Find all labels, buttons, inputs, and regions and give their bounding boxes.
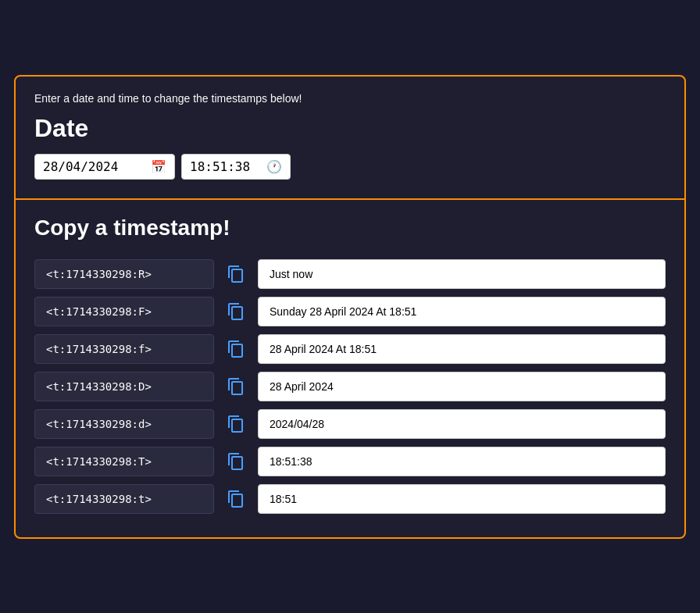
timestamp-code: <t:1714330298:f> <box>34 334 214 364</box>
timestamp-preview: Just now <box>258 259 666 289</box>
timestamp-preview: 18:51:38 <box>258 447 666 476</box>
timestamp-preview: 18:51 <box>258 484 666 514</box>
copy-button[interactable] <box>223 299 248 324</box>
copy-button[interactable] <box>223 412 248 437</box>
timestamp-code: <t:1714330298:F> <box>34 297 214 326</box>
copy-section: Copy a timestamp! <t:1714330298:R> Just … <box>16 200 684 537</box>
copy-button[interactable] <box>223 449 248 474</box>
main-container: Enter a date and time to change the time… <box>14 75 686 539</box>
time-input-wrapper: 🕐 <box>181 154 291 180</box>
copy-button[interactable] <box>223 262 248 287</box>
timestamp-preview: 28 April 2024 <box>258 372 666 401</box>
date-label: Date <box>34 114 666 143</box>
timestamp-code: <t:1714330298:D> <box>34 372 214 401</box>
inputs-row: 📅 🕐 <box>34 154 666 180</box>
instruction-text: Enter a date and time to change the time… <box>34 92 666 105</box>
date-input[interactable] <box>43 159 145 174</box>
timestamp-code: <t:1714330298:R> <box>34 259 214 289</box>
calendar-icon: 📅 <box>151 159 166 174</box>
timestamp-code: <t:1714330298:t> <box>34 484 214 514</box>
timestamp-row: <t:1714330298:t> 18:51 <box>34 484 666 514</box>
timestamp-preview: Sunday 28 April 2024 At 18:51 <box>258 297 666 326</box>
clock-icon: 🕐 <box>266 159 282 174</box>
timestamp-row: <t:1714330298:R> Just now <box>34 259 666 289</box>
timestamp-preview: 2024/04/28 <box>258 409 666 439</box>
timestamp-row: <t:1714330298:D> 28 April 2024 <box>34 372 666 401</box>
copy-button[interactable] <box>223 337 248 362</box>
copy-button[interactable] <box>223 374 248 399</box>
timestamp-row: <t:1714330298:T> 18:51:38 <box>34 447 666 476</box>
timestamp-rows: <t:1714330298:R> Just now<t:1714330298:F… <box>34 259 666 514</box>
timestamp-code: <t:1714330298:T> <box>34 447 214 476</box>
date-section: Enter a date and time to change the time… <box>16 77 684 200</box>
timestamp-row: <t:1714330298:f> 28 April 2024 At 18:51 <box>34 334 666 364</box>
timestamp-code: <t:1714330298:d> <box>34 409 214 439</box>
timestamp-row: <t:1714330298:d> 2024/04/28 <box>34 409 666 439</box>
time-input[interactable] <box>190 159 260 174</box>
timestamp-row: <t:1714330298:F> Sunday 28 April 2024 At… <box>34 297 666 326</box>
copy-button[interactable] <box>223 486 248 511</box>
copy-section-title: Copy a timestamp! <box>34 216 666 241</box>
date-input-wrapper: 📅 <box>34 154 175 180</box>
timestamp-preview: 28 April 2024 At 18:51 <box>258 334 666 364</box>
